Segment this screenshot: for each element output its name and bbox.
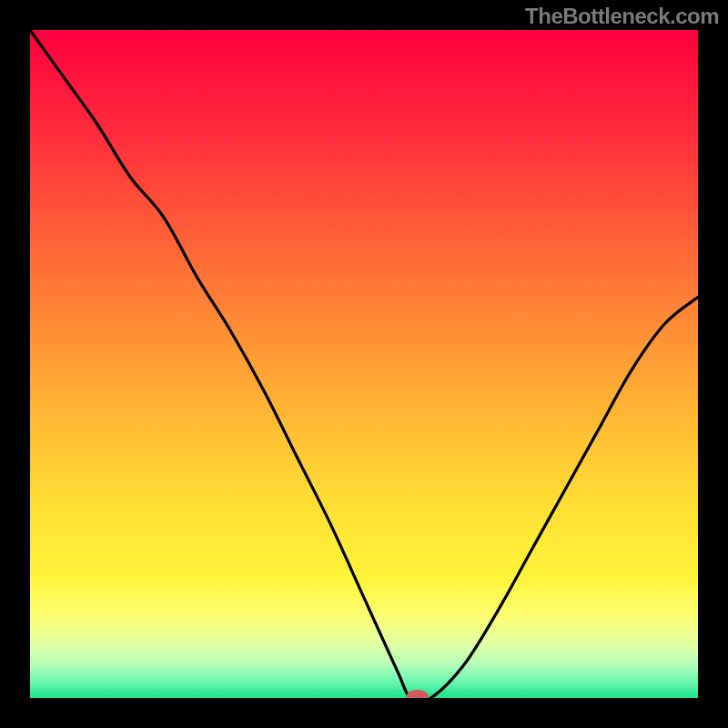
chart-container: TheBottleneck.com bbox=[0, 0, 728, 728]
plot-area bbox=[30, 30, 698, 698]
chart-svg bbox=[30, 30, 698, 698]
watermark-text: TheBottleneck.com bbox=[525, 4, 719, 29]
